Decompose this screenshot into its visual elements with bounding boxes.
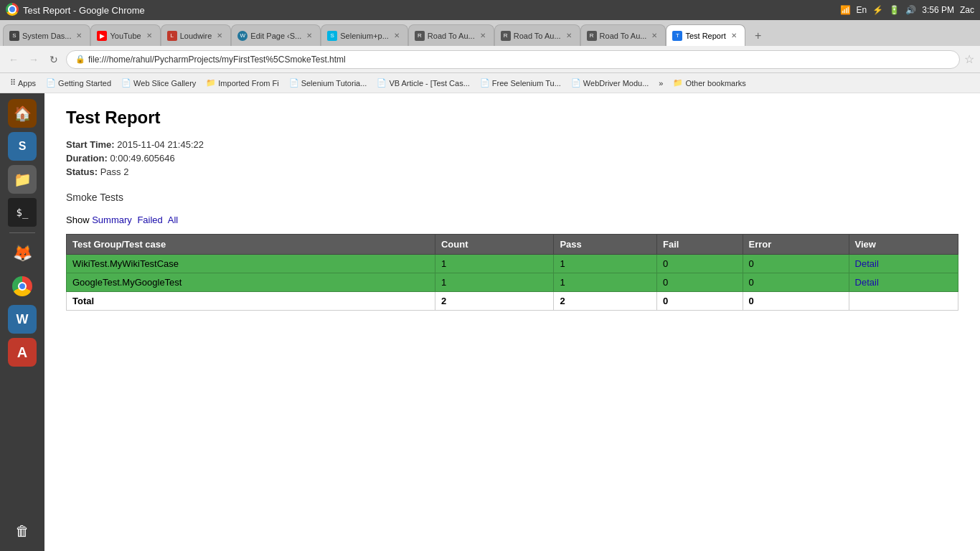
tab-label-system: System Das... (22, 32, 71, 40)
trash-symbol: 🗑 (15, 523, 29, 540)
tab-label-selenium: Selenium+p... (340, 32, 389, 40)
cell-pass-0: 1 (554, 255, 657, 273)
tab-loudwire[interactable]: L Loudwire ✕ (161, 24, 232, 46)
tab-close-editpage[interactable]: ✕ (304, 31, 314, 41)
tab-testreport[interactable]: T Test Report ✕ (666, 24, 745, 46)
webslice-icon: 📄 (121, 78, 131, 88)
sidebar-icon-fonts[interactable]: A (8, 338, 37, 367)
col-header-pass: Pass (554, 235, 657, 255)
col-header-error: Error (743, 235, 849, 255)
battery-icon: 🔋 (889, 5, 900, 15)
sidebar-icon-ubuntu[interactable]: 🏠 (8, 99, 37, 128)
duration-label: Duration: (66, 153, 110, 164)
bookmark-webdriver[interactable]: 📄 WebDriver Modu... (567, 77, 654, 89)
tab-close-loudwire[interactable]: ✕ (215, 31, 225, 41)
writer-symbol: W (17, 312, 29, 327)
bookmark-apps[interactable]: ⠿ Apps (6, 77, 40, 89)
tab-close-road2[interactable]: ✕ (564, 31, 574, 41)
chrome-icon (6, 3, 19, 18)
all-link[interactable]: All (168, 215, 178, 225)
start-time-label: Start Time: (66, 139, 117, 150)
tab-bar: S System Das... ✕ ▶ YouTube ✕ L Loudwire… (0, 20, 980, 46)
forward-button[interactable]: → (26, 52, 42, 67)
tab-selenium[interactable]: S Selenium+p... ✕ (321, 24, 408, 46)
show-label: Show (66, 215, 90, 225)
terminal-symbol: $_ (17, 207, 29, 218)
tab-close-system[interactable]: ✕ (74, 31, 84, 41)
libreoffice-symbol: S (19, 140, 27, 153)
bookmark-vb-article[interactable]: 📄 VB Article - [Test Cas... (372, 77, 473, 89)
bookmark-free-selenium[interactable]: 📄 Free Selenium Tu... (476, 77, 565, 89)
bookmark-vb-article-label: VB Article - [Test Cas... (389, 79, 469, 88)
table-row-total: Total 2 2 0 0 (67, 292, 958, 311)
sidebar-icon-chrome[interactable] (8, 272, 37, 301)
sidebar-divider-1 (9, 232, 35, 233)
bookmark-webslice[interactable]: 📄 Web Slice Gallery (117, 77, 200, 89)
tab-close-road3[interactable]: ✕ (649, 31, 659, 41)
system-tray: 📶 En ⚡ 🔋 🔊 3:56 PM Zac (840, 5, 974, 15)
tab-close-selenium[interactable]: ✕ (392, 31, 402, 41)
back-button[interactable]: ← (6, 52, 22, 67)
tab-road3[interactable]: R Road To Au... ✕ (580, 24, 666, 46)
tab-close-youtube[interactable]: ✕ (144, 31, 154, 41)
tab-label-testreport: Test Report (685, 32, 725, 40)
window-title: Test Report - Google Chrome (23, 5, 145, 16)
tab-favicon-editpage: W (237, 31, 248, 41)
reload-button[interactable]: ↻ (46, 52, 62, 67)
cell-count-1: 1 (435, 273, 553, 292)
show-links: Show Summary Failed All (66, 215, 958, 225)
address-input[interactable]: 🔒 file:///home/rahul/PycharmProjects/myF… (66, 50, 960, 69)
summary-link[interactable]: Summary (92, 215, 132, 225)
cell-pass-total: 2 (554, 292, 657, 311)
col-header-fail: Fail (657, 235, 743, 255)
bookmark-star-icon[interactable]: ☆ (964, 52, 974, 66)
bluetooth-icon: ⚡ (872, 5, 883, 15)
cell-error-0: 0 (743, 255, 849, 273)
sidebar-icon-trash[interactable]: 🗑 (8, 517, 37, 545)
user-name: Zac (960, 5, 974, 15)
tab-close-road1[interactable]: ✕ (478, 31, 488, 41)
tab-favicon-testreport: T (672, 31, 682, 41)
cell-fail-0: 0 (657, 255, 743, 273)
lock-icon: 🔒 (75, 55, 85, 64)
tab-favicon-road2: R (501, 31, 511, 41)
tab-favicon-selenium: S (327, 31, 337, 41)
tab-youtube[interactable]: ▶ YouTube ✕ (90, 24, 160, 46)
bookmark-getting-started[interactable]: 📄 Getting Started (42, 77, 116, 89)
sidebar-icon-files[interactable]: 📁 (8, 165, 37, 194)
table-row: WikiTest.MyWikiTestCase 1 1 0 0 Detail (67, 255, 958, 273)
bookmark-other[interactable]: 📁 Other bookmarks (669, 77, 750, 89)
detail-link-1[interactable]: Detail (855, 277, 879, 288)
duration-row: Duration: 0:00:49.605646 (66, 153, 958, 164)
tab-close-testreport[interactable]: ✕ (729, 31, 739, 41)
col-header-testcase: Test Group/Test case (67, 235, 435, 255)
tab-road2[interactable]: R Road To Au... ✕ (494, 24, 580, 46)
bookmark-apps-label: Apps (18, 79, 36, 88)
detail-link-0[interactable]: Detail (855, 258, 879, 269)
tab-editpage[interactable]: W Edit Page ‹S... ✕ (231, 24, 321, 46)
sidebar: 🏠 S 📁 $_ 🦊 W A 🗑 (0, 93, 44, 551)
cell-fail-1: 0 (657, 273, 743, 292)
fonts-symbol: A (17, 344, 27, 361)
url-text: file:///home/rahul/PycharmProjects/myFir… (88, 55, 951, 65)
cell-count-0: 1 (435, 255, 553, 273)
tab-favicon-road3: R (587, 31, 597, 41)
sidebar-icon-firefox[interactable]: 🦊 (8, 239, 37, 268)
tab-system-das[interactable]: S System Das... ✕ (3, 24, 90, 46)
table-header-row: Test Group/Test case Count Pass Fail Err… (67, 235, 958, 255)
tab-road1[interactable]: R Road To Au... ✕ (408, 24, 494, 46)
bookmark-selenium-tut[interactable]: 📄 Selenium Tutoria... (285, 77, 372, 89)
bookmark-other-label: Other bookmarks (685, 79, 745, 88)
bookmark-imported[interactable]: 📁 Imported From Fi (202, 77, 283, 89)
sidebar-icon-writer[interactable]: W (8, 305, 37, 334)
bookmarks-bar: ⠿ Apps 📄 Getting Started 📄 Web Slice Gal… (0, 73, 980, 93)
duration-value: 0:00:49.605646 (110, 153, 174, 164)
sidebar-icon-terminal[interactable]: $_ (8, 198, 37, 227)
new-tab-button[interactable]: + (748, 26, 768, 46)
failed-link[interactable]: Failed (137, 215, 162, 225)
imported-folder-icon: 📁 (206, 78, 216, 88)
status-label: Status: (66, 166, 100, 177)
section-title: Smoke Tests (66, 192, 958, 203)
bookmark-more[interactable]: » (654, 77, 667, 89)
sidebar-icon-libreoffice[interactable]: S (8, 132, 37, 161)
